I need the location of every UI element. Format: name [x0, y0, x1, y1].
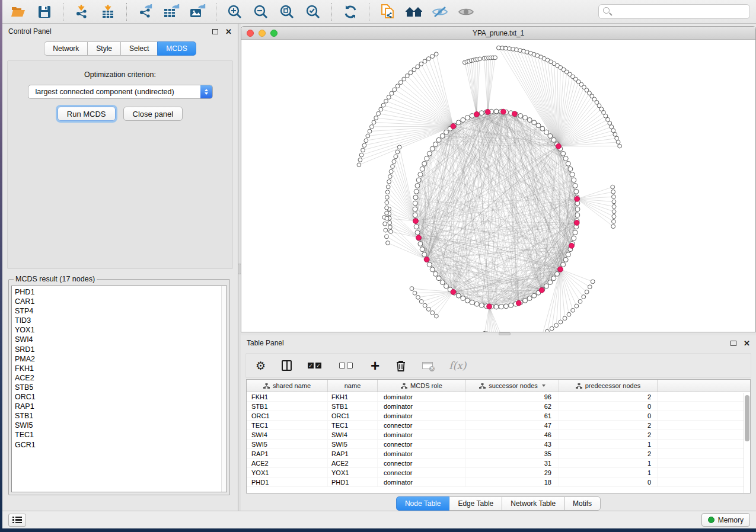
table-row[interactable]: ORC1 ORC1 dominator 61 0	[247, 411, 750, 421]
table-row[interactable]: TEC1 TEC1 connector 47 2	[247, 421, 750, 430]
table-panel-tab[interactable]: Node Table	[396, 496, 450, 511]
open-file-button[interactable]	[8, 3, 28, 21]
successor-nodes-cell[interactable]: 31	[466, 459, 559, 467]
table-panel-tab[interactable]: Network Table	[502, 496, 564, 511]
mcds-result-item[interactable]: STP4	[15, 306, 227, 316]
minimize-window-icon[interactable]	[259, 30, 266, 37]
shared-name-cell[interactable]: ORC1	[247, 411, 328, 420]
mcds-role-cell[interactable]: dominator	[378, 430, 466, 439]
hide-selected-button[interactable]	[430, 3, 450, 21]
refresh-button[interactable]	[340, 3, 361, 21]
successor-nodes-cell[interactable]: 61	[466, 411, 559, 420]
home-button[interactable]	[404, 3, 424, 21]
clone-network-button[interactable]	[378, 3, 398, 21]
mcds-result-item[interactable]: TID3	[15, 316, 227, 325]
successor-nodes-cell[interactable]: 46	[466, 430, 559, 439]
mcds-result-item[interactable]: SRD1	[15, 345, 227, 354]
deselect-all-columns-button[interactable]	[339, 358, 355, 373]
predecessor-nodes-cell[interactable]: 1	[559, 440, 658, 448]
column-header[interactable]: name	[328, 380, 378, 392]
table-row[interactable]: FKH1 FKH1 dominator 96 2	[247, 392, 750, 402]
successor-nodes-cell[interactable]: 43	[466, 440, 559, 448]
mcds-result-item[interactable]: ACE2	[15, 373, 227, 383]
shared-name-cell[interactable]: STB1	[247, 402, 328, 411]
name-cell[interactable]: TEC1	[328, 421, 378, 430]
control-panel-tab[interactable]: Network	[44, 41, 88, 56]
table-scrollbar[interactable]	[744, 393, 750, 493]
successor-nodes-cell[interactable]: 18	[466, 477, 559, 486]
table-row[interactable]: RAP1 RAP1 dominator 35 2	[247, 449, 750, 459]
mcds-role-cell[interactable]: connector	[378, 421, 466, 430]
task-history-button[interactable]	[8, 514, 26, 527]
zoom-out-button[interactable]	[251, 3, 271, 21]
mcds-role-cell[interactable]: dominator	[378, 411, 466, 420]
predecessor-nodes-cell[interactable]: 1	[559, 459, 658, 467]
close-panel-icon[interactable]: ✕	[225, 28, 232, 36]
mcds-role-cell[interactable]: dominator	[378, 477, 466, 486]
mcds-result-item[interactable]: ORC1	[15, 392, 227, 402]
show-columns-button[interactable]	[282, 358, 292, 373]
control-panel-tab[interactable]: Style	[87, 41, 121, 56]
control-panel-tab[interactable]: Select	[120, 41, 158, 56]
float-panel-icon[interactable]	[731, 341, 736, 346]
network-window-titlebar[interactable]: YPA_prune.txt_1	[241, 27, 755, 40]
table-row[interactable]: ACE2 ACE2 connector 31 1	[247, 459, 750, 468]
table-row[interactable]: STB1 STB1 dominator 62 0	[247, 402, 750, 411]
name-cell[interactable]: PHD1	[328, 477, 378, 486]
delete-column-button[interactable]	[395, 358, 406, 373]
export-network-button[interactable]	[135, 3, 155, 21]
close-window-icon[interactable]	[247, 30, 254, 37]
mcds-result-item[interactable]: PHD1	[15, 287, 227, 297]
select-all-columns-button[interactable]	[308, 358, 323, 373]
import-table-button[interactable]	[98, 3, 118, 21]
mcds-result-item[interactable]: SWI4	[15, 335, 227, 344]
mcds-result-item[interactable]: TEC1	[15, 430, 227, 440]
predecessor-nodes-cell[interactable]: 2	[559, 421, 658, 430]
mcds-role-cell[interactable]: connector	[378, 440, 466, 448]
predecessor-nodes-cell[interactable]: 2	[559, 430, 658, 439]
export-image-button[interactable]	[187, 3, 208, 21]
column-header[interactable]: shared name	[247, 380, 328, 392]
mcds-result-list[interactable]: PHD1CAR1STP4TID3YOX1SWI4SRD1PMA2FKH1ACE2…	[11, 286, 227, 492]
mcds-role-cell[interactable]: dominator	[378, 402, 466, 411]
zoom-selected-button[interactable]	[303, 3, 323, 21]
table-panel-tab[interactable]: Motifs	[564, 496, 601, 511]
predecessor-nodes-cell[interactable]: 0	[559, 477, 658, 486]
mcds-role-cell[interactable]: connector	[378, 459, 466, 467]
mcds-result-item[interactable]: SWI5	[15, 421, 227, 430]
close-panel-button[interactable]: Close panel	[123, 107, 183, 121]
predecessor-nodes-cell[interactable]: 0	[559, 402, 658, 411]
zoom-fit-button[interactable]	[277, 3, 297, 21]
mcds-role-cell[interactable]: dominator	[378, 392, 466, 401]
table-row[interactable]: YOX1 YOX1 connector 29 1	[247, 468, 750, 477]
shared-name-cell[interactable]: TEC1	[247, 421, 328, 430]
predecessor-nodes-cell[interactable]: 0	[559, 411, 658, 420]
mcds-result-item[interactable]: YOX1	[15, 325, 227, 335]
control-panel-tab[interactable]: MCDS	[157, 41, 196, 56]
column-header[interactable]: predecessor nodes	[559, 380, 658, 392]
predecessor-nodes-cell[interactable]: 1	[559, 468, 658, 477]
column-header[interactable]: successor nodes	[466, 380, 559, 392]
predecessor-nodes-cell[interactable]: 2	[559, 392, 658, 401]
shared-name-cell[interactable]: ACE2	[247, 459, 328, 467]
name-cell[interactable]: SWI5	[328, 440, 378, 448]
mcds-role-cell[interactable]: connector	[378, 468, 466, 477]
successor-nodes-cell[interactable]: 96	[466, 392, 559, 401]
mcds-result-item[interactable]: PMA2	[15, 354, 227, 364]
import-network-button[interactable]	[72, 3, 92, 21]
name-cell[interactable]: STB1	[328, 402, 378, 411]
mcds-result-item[interactable]: RAP1	[15, 402, 227, 411]
network-canvas[interactable]	[241, 40, 755, 332]
table-scrollbar-thumb[interactable]	[745, 395, 749, 441]
mcds-result-item[interactable]: FKH1	[15, 364, 227, 373]
successor-nodes-cell[interactable]: 35	[466, 449, 559, 458]
run-mcds-button[interactable]: Run MCDS	[58, 107, 116, 121]
successor-nodes-cell[interactable]: 47	[466, 421, 559, 430]
column-header[interactable]: MCDS role	[378, 380, 466, 392]
name-cell[interactable]: ACE2	[328, 459, 378, 467]
memory-button[interactable]: Memory	[701, 513, 750, 527]
shared-name-cell[interactable]: SWI5	[247, 440, 328, 448]
table-panel-tab[interactable]: Edge Table	[449, 496, 502, 511]
successor-nodes-cell[interactable]: 62	[466, 402, 559, 411]
mcds-result-item[interactable]: STB5	[15, 383, 227, 392]
